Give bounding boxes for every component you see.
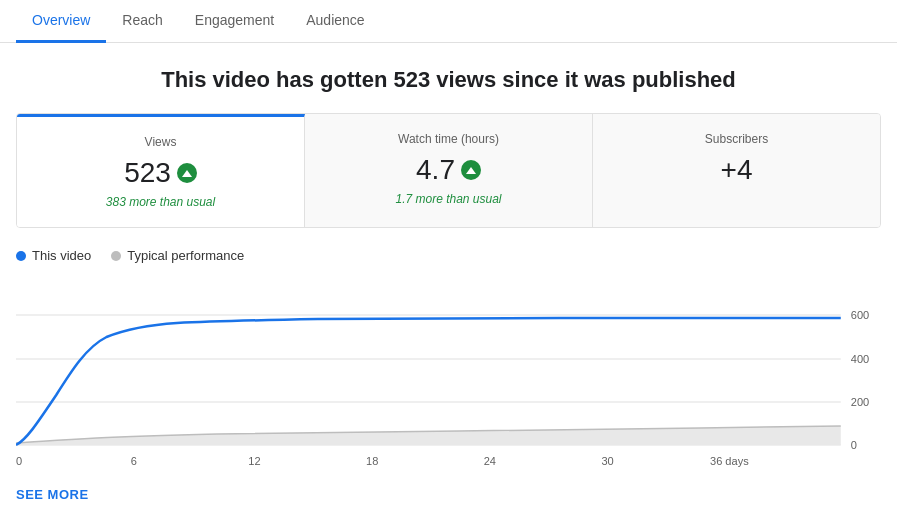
legend-this-video: This video bbox=[16, 248, 91, 263]
x-label-30: 30 bbox=[601, 455, 613, 467]
this-video-line bbox=[16, 318, 841, 445]
nav-tabs: Overview Reach Engagement Audience bbox=[0, 0, 897, 43]
y-label-600: 600 bbox=[851, 309, 869, 321]
stat-card-watchtime: Watch time (hours) 4.7 1.7 more than usu… bbox=[305, 114, 593, 227]
legend-dot-typical bbox=[111, 251, 121, 261]
stat-subtext-watchtime: 1.7 more than usual bbox=[325, 192, 572, 206]
stat-value-row-views: 523 bbox=[37, 157, 284, 189]
legend-label-this-video: This video bbox=[32, 248, 91, 263]
stat-card-subscribers: Subscribers +4 bbox=[593, 114, 880, 227]
stat-value-views: 523 bbox=[124, 157, 171, 189]
y-label-0: 0 bbox=[851, 439, 857, 451]
legend-dot-this-video bbox=[16, 251, 26, 261]
arrow-up-icon-views bbox=[177, 163, 197, 183]
y-label-400: 400 bbox=[851, 353, 869, 365]
stat-label-views: Views bbox=[37, 135, 284, 149]
legend-typical: Typical performance bbox=[111, 248, 244, 263]
stat-value-subscribers: +4 bbox=[721, 154, 753, 186]
stat-label-subscribers: Subscribers bbox=[613, 132, 860, 146]
chart-area: This video Typical performance 0 200 400… bbox=[16, 248, 881, 475]
stat-label-watchtime: Watch time (hours) bbox=[325, 132, 572, 146]
x-label-0: 0 bbox=[16, 455, 22, 467]
legend-label-typical: Typical performance bbox=[127, 248, 244, 263]
stat-value-watchtime: 4.7 bbox=[416, 154, 455, 186]
tab-reach[interactable]: Reach bbox=[106, 0, 178, 43]
y-label-200: 200 bbox=[851, 396, 869, 408]
tab-overview[interactable]: Overview bbox=[16, 0, 106, 43]
chart-legend: This video Typical performance bbox=[16, 248, 881, 263]
arrow-up-icon-watchtime bbox=[461, 160, 481, 180]
stat-subtext-views: 383 more than usual bbox=[37, 195, 284, 209]
chart-svg: 0 200 400 600 0 6 12 18 24 30 36 days bbox=[16, 275, 881, 475]
page-title: This video has gotten 523 views since it… bbox=[0, 67, 897, 93]
see-more-button[interactable]: SEE MORE bbox=[16, 487, 89, 502]
stat-card-views: Views 523 383 more than usual bbox=[17, 114, 305, 227]
stats-container: Views 523 383 more than usual Watch time… bbox=[16, 113, 881, 228]
x-label-18: 18 bbox=[366, 455, 378, 467]
chart-wrapper: 0 200 400 600 0 6 12 18 24 30 36 days bbox=[16, 275, 881, 475]
x-label-12: 12 bbox=[248, 455, 260, 467]
tab-audience[interactable]: Audience bbox=[290, 0, 380, 43]
x-label-36: 36 days bbox=[710, 455, 749, 467]
stat-value-row-subscribers: +4 bbox=[613, 154, 860, 186]
stat-value-row-watchtime: 4.7 bbox=[325, 154, 572, 186]
x-label-6: 6 bbox=[131, 455, 137, 467]
x-label-24: 24 bbox=[484, 455, 496, 467]
tab-engagement[interactable]: Engagement bbox=[179, 0, 290, 43]
